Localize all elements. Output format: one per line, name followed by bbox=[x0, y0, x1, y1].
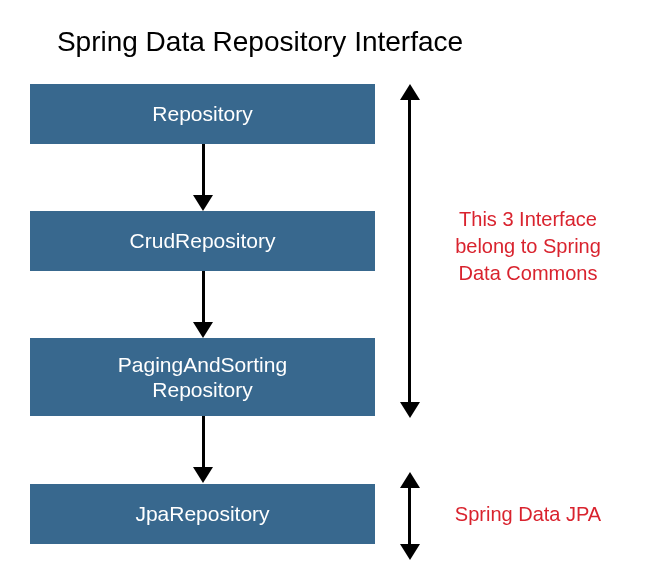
diagram-container: Repository CrudRepository PagingAndSorti… bbox=[0, 76, 650, 566]
box-repository: Repository bbox=[30, 84, 375, 144]
annotation-jpa: Spring Data JPA bbox=[438, 501, 618, 528]
diagram-title: Spring Data Repository Interface bbox=[10, 0, 510, 58]
box-jpa-repository: JpaRepository bbox=[30, 484, 375, 544]
annotation-commons: This 3 Interfacebelong to SpringData Com… bbox=[438, 206, 618, 287]
box-crud-repository: CrudRepository bbox=[30, 211, 375, 271]
box-paging-sorting-repository: PagingAndSortingRepository bbox=[30, 338, 375, 416]
